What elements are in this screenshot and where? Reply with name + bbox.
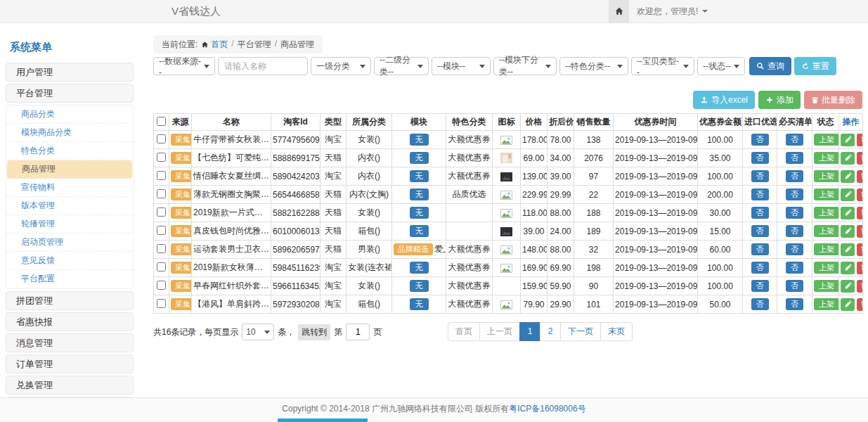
import-select-toggle[interactable]: 否	[751, 152, 769, 164]
filter-status[interactable]: --状态--	[697, 57, 745, 75]
must-buy-toggle[interactable]: 否	[786, 225, 803, 237]
sidebar-item[interactable]: 商品分类	[6, 106, 133, 124]
edit-button[interactable]	[841, 207, 855, 219]
must-buy-toggle[interactable]: 否	[786, 262, 803, 274]
status-button[interactable]: 上架	[814, 170, 839, 182]
import-excel-button[interactable]: 导入excel	[693, 91, 755, 109]
delete-button[interactable]	[857, 188, 863, 201]
sidebar-section[interactable]: 省惠快报	[6, 312, 134, 331]
sidebar-item[interactable]: 轮播管理	[6, 215, 133, 234]
sidebar-section[interactable]: 订单管理	[6, 354, 134, 373]
edit-button[interactable]	[841, 262, 855, 274]
per-page-select[interactable]: 10	[242, 324, 274, 340]
edit-button[interactable]	[841, 134, 855, 146]
sidebar-section[interactable]: 用户管理	[6, 63, 134, 82]
delete-button[interactable]	[857, 207, 863, 219]
must-buy-toggle[interactable]: 否	[786, 170, 803, 182]
import-select-toggle[interactable]: 否	[751, 188, 769, 200]
status-button[interactable]: 上架	[814, 243, 839, 255]
row-checkbox[interactable]	[157, 281, 166, 290]
must-buy-toggle[interactable]: 否	[786, 188, 803, 200]
sidebar-item[interactable]: 版本管理	[6, 197, 133, 215]
edit-button[interactable]	[841, 298, 855, 311]
pager-button[interactable]: 1	[519, 322, 540, 341]
filter-level1-category[interactable]: 一级分类	[311, 57, 371, 75]
row-checkbox[interactable]	[157, 207, 166, 217]
import-select-toggle[interactable]: 否	[751, 280, 769, 292]
row-checkbox[interactable]	[157, 262, 166, 271]
row-checkbox[interactable]	[157, 226, 166, 235]
filter-data-source[interactable]: --数据来源--	[153, 57, 215, 75]
filter-module[interactable]: --模块--	[432, 57, 491, 75]
status-button[interactable]: 上架	[814, 134, 839, 146]
import-select-toggle[interactable]: 否	[751, 134, 769, 146]
import-select-toggle[interactable]: 否	[751, 207, 769, 219]
sidebar-section[interactable]: 拼团管理	[6, 291, 134, 310]
import-select-toggle[interactable]: 否	[751, 225, 769, 237]
row-checkbox[interactable]	[157, 189, 166, 198]
delete-button[interactable]	[857, 152, 863, 165]
edit-button[interactable]	[841, 225, 855, 238]
must-buy-toggle[interactable]: 否	[786, 280, 803, 292]
status-button[interactable]: 上架	[814, 298, 839, 310]
sidebar-section[interactable]: 兑换管理	[6, 376, 134, 395]
page-number-input[interactable]	[346, 324, 370, 340]
edit-button[interactable]	[841, 170, 855, 183]
sidebar-item[interactable]: 平台配置	[6, 270, 133, 288]
status-button[interactable]: 上架	[814, 152, 839, 164]
must-buy-toggle[interactable]: 否	[786, 134, 803, 146]
import-select-toggle[interactable]: 否	[751, 298, 769, 310]
user-menu[interactable]: 欢迎您，管理员!	[637, 0, 708, 23]
pager-button[interactable]: 末页	[600, 322, 633, 341]
sidebar-item[interactable]: 启动页管理	[6, 234, 133, 252]
filter-feature-category[interactable]: --特色分类--	[559, 57, 628, 75]
row-checkbox[interactable]	[157, 134, 166, 143]
batch-delete-button[interactable]: 批量删除	[804, 91, 862, 109]
delete-button[interactable]	[857, 225, 863, 238]
name-search-input[interactable]	[218, 57, 308, 75]
row-checkbox[interactable]	[157, 244, 166, 253]
status-button[interactable]: 上架	[814, 225, 839, 237]
icp-link[interactable]: 粤ICP备16098006号	[509, 404, 585, 414]
import-select-toggle[interactable]: 否	[751, 170, 769, 182]
must-buy-toggle[interactable]: 否	[786, 152, 803, 164]
delete-button[interactable]	[857, 134, 863, 146]
breadcrumb-home-link[interactable]: 首页	[201, 39, 228, 51]
must-buy-toggle[interactable]: 否	[786, 207, 803, 219]
delete-button[interactable]	[857, 262, 863, 274]
filter-item-type[interactable]: --宝贝类型--	[631, 57, 694, 75]
sidebar-item[interactable]: 意见反馈	[6, 252, 133, 270]
status-button[interactable]: 上架	[814, 188, 839, 200]
pager-button[interactable]: 下一页	[560, 322, 601, 341]
select-all-checkbox[interactable]	[157, 117, 166, 126]
home-button[interactable]	[609, 0, 629, 23]
status-button[interactable]: 上架	[814, 262, 839, 274]
must-buy-toggle[interactable]: 否	[786, 298, 803, 310]
pager-button[interactable]: 首页	[448, 322, 480, 341]
reset-button[interactable]: 重置	[794, 57, 836, 75]
filter-level2-category[interactable]: --二级分类--	[374, 57, 429, 75]
sidebar-section[interactable]: 平台管理	[6, 84, 134, 103]
pager-button[interactable]: 上一页	[479, 322, 520, 341]
delete-button[interactable]	[857, 170, 863, 183]
sidebar-section[interactable]: 消息管理	[6, 333, 134, 352]
edit-button[interactable]	[841, 280, 855, 293]
filter-module-subcategory[interactable]: --模块下分类--	[493, 57, 557, 75]
edit-button[interactable]	[841, 152, 855, 165]
row-checkbox[interactable]	[157, 299, 166, 308]
must-buy-toggle[interactable]: 否	[786, 243, 803, 255]
status-button[interactable]: 上架	[814, 280, 839, 292]
breadcrumb-item[interactable]: 平台管理	[238, 39, 271, 51]
sidebar-item[interactable]: 商品管理	[7, 160, 132, 179]
sidebar-item[interactable]: 模块商品分类	[6, 124, 133, 142]
add-button[interactable]: 添加	[758, 91, 801, 109]
search-button[interactable]: 查询	[749, 57, 791, 75]
delete-button[interactable]	[857, 243, 863, 256]
import-select-toggle[interactable]: 否	[751, 262, 769, 274]
delete-button[interactable]	[857, 298, 863, 311]
breadcrumb-item[interactable]: 商品管理	[280, 39, 314, 51]
pager-button[interactable]: 2	[540, 322, 561, 341]
status-button[interactable]: 上架	[814, 207, 839, 219]
sidebar-item[interactable]: 特色分类	[6, 142, 133, 160]
import-select-toggle[interactable]: 否	[751, 243, 769, 255]
